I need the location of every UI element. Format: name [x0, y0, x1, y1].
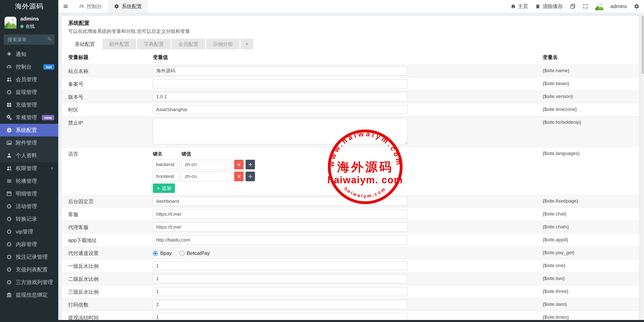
topbar-username[interactable]: admins: [611, 4, 627, 9]
row-varname: {$site.beian}: [538, 77, 639, 90]
remove-row-button[interactable]: [234, 160, 244, 169]
input-one[interactable]: [153, 261, 408, 270]
kv-key-input-0[interactable]: [153, 160, 179, 169]
sidebar-item-member[interactable]: 会员管理: [0, 73, 58, 86]
input-dam[interactable]: [153, 300, 408, 309]
new-badge: new: [42, 115, 54, 120]
radio-option-BetcatPay[interactable]: BetcatPay: [179, 250, 210, 256]
trash-icon: [535, 4, 540, 9]
sidebar-item-withdrawbind[interactable]: 提现信息绑定: [0, 289, 58, 301]
tab-user[interactable]: 会员配置: [172, 39, 205, 49]
user-avatar[interactable]: [5, 17, 16, 29]
sidebar-item-general[interactable]: 常规管理new: [0, 111, 58, 124]
radio-label: Bpay: [160, 250, 172, 256]
input-beian[interactable]: [153, 79, 408, 88]
tab-example[interactable]: 示例分组: [206, 39, 240, 49]
move-row-button[interactable]: [246, 172, 255, 181]
tab-email[interactable]: 邮件配置: [103, 39, 136, 49]
row-value: [153, 77, 538, 90]
sidebar-item-thirdgame[interactable]: 三方游戏列管理: [0, 276, 58, 289]
input-name[interactable]: [153, 66, 408, 75]
topbar-tab-dashboard[interactable]: 控制台: [73, 0, 108, 13]
clear-cache-button[interactable]: 清除缓存: [535, 3, 563, 10]
scrollbar-track[interactable]: [641, 13, 644, 322]
sidebar-item-attachment[interactable]: 附件管理: [0, 136, 58, 149]
sidebar-item-convert[interactable]: 转换记录: [0, 213, 58, 225]
sidebar-item-label: 控制台: [16, 63, 32, 70]
input-two[interactable]: [153, 274, 408, 283]
config-row-languages: 语言键名键值追加{$site.languages}: [62, 147, 639, 195]
radio-group-pay_get: BpayBetcatPay: [153, 248, 538, 256]
sidebar-item-betlog[interactable]: 投注记录管理: [0, 251, 58, 263]
append-button[interactable]: 追加: [153, 184, 175, 193]
sidebar-item-notice[interactable]: 通知: [0, 48, 58, 61]
tab-basic[interactable]: 基础配置: [68, 39, 102, 49]
home-link[interactable]: 主页: [511, 3, 528, 10]
bars-icon: [6, 178, 12, 184]
input-version[interactable]: [153, 92, 408, 101]
settings-gear-icon[interactable]: [634, 4, 639, 9]
sidebar-item-label: 提现信息绑定: [16, 291, 48, 298]
user-info: admins 在线: [20, 16, 39, 29]
kv-value-input-0[interactable]: [181, 160, 232, 169]
kv-key-input-1[interactable]: [153, 172, 179, 181]
input-appd[interactable]: [153, 235, 408, 245]
sidebar-item-label: vip管理: [16, 228, 33, 235]
row-varname: {$site.three}: [538, 285, 639, 298]
window-restore-icon[interactable]: [570, 4, 576, 9]
kv-value-input-1[interactable]: [181, 172, 232, 181]
config-row-timezone: 时区{$site.timezone}: [62, 103, 639, 116]
input-three[interactable]: [153, 287, 408, 296]
config-row-forbiddenip: 禁止IP{$site.forbiddenip}: [62, 116, 639, 147]
sidebar-item-rechargelist[interactable]: 充值列表配置: [0, 263, 58, 276]
row-varname: {$site.two}: [538, 272, 639, 285]
sidebar-item-profile[interactable]: 个人资料: [0, 149, 58, 162]
remove-row-button[interactable]: [234, 172, 244, 181]
tab-dict[interactable]: 字典配置: [137, 39, 171, 49]
tachometer-icon: [6, 64, 12, 70]
sidebar-item-detail[interactable]: 明细管理: [0, 187, 58, 200]
config-row-name: 站点名称{$site.name}: [62, 65, 639, 77]
radio-option-Bpay[interactable]: Bpay: [153, 250, 172, 256]
online-dot: [20, 25, 24, 28]
sidebar-item-vip[interactable]: vip管理: [0, 225, 58, 238]
row-label: 时区: [62, 103, 153, 116]
sidebar-item-dashboard[interactable]: 控制台hot: [0, 61, 58, 73]
users-icon: [6, 166, 12, 171]
sidebar-toggle-icon[interactable]: [58, 4, 73, 9]
input-forbiddenip[interactable]: [153, 118, 408, 144]
clear-cache-label: 清除缓存: [543, 3, 563, 10]
sidebar-item-activity[interactable]: 活动管理: [0, 200, 58, 213]
sidebar-item-recharge[interactable]: 充值管理: [0, 98, 58, 111]
row-varname: {$site.forbiddenip}: [538, 116, 639, 147]
kv-row: [153, 172, 538, 181]
sidebar: 海外源码 admins 在线 通知控制台hot会员管理提现管理充值管理常规管理n…: [0, 0, 58, 322]
sidebar-item-banner[interactable]: 轮播管理: [0, 175, 58, 187]
sidebar-item-withdraw[interactable]: 提现管理: [0, 86, 58, 98]
chevron-left-icon: [50, 166, 54, 170]
search-input[interactable]: [4, 34, 54, 45]
sidebar-item-content[interactable]: 内容管理: [0, 238, 58, 251]
add-tab-button[interactable]: +: [241, 39, 253, 49]
input-times[interactable]: [153, 313, 408, 320]
sidebar-item-label: 充值列表配置: [16, 266, 48, 273]
input-timezone[interactable]: [153, 105, 408, 114]
row-value: [153, 195, 538, 208]
row-label: 客服: [62, 208, 153, 220]
circle-icon: [6, 279, 12, 285]
topbar-tab-sysconfig[interactable]: 系统配置: [108, 0, 148, 13]
sidebar-item-auth[interactable]: 权限管理: [0, 162, 58, 175]
row-value: [153, 221, 538, 233]
config-tabs: 基础配置邮件配置字典配置会员配置示例分组+: [68, 39, 632, 49]
row-value: [153, 103, 538, 116]
input-chat[interactable]: [153, 210, 408, 219]
move-row-button[interactable]: [246, 160, 255, 169]
scrollbar-thumb[interactable]: [642, 16, 644, 74]
fullscreen-icon[interactable]: [583, 4, 588, 9]
th-icon: [6, 102, 12, 108]
input-fixedpage[interactable]: [153, 197, 408, 206]
input-chats[interactable]: [153, 223, 408, 232]
topbar-avatar[interactable]: [595, 2, 603, 10]
sidebar-item-sysconfig[interactable]: 系统配置: [0, 124, 58, 136]
circle-icon: [6, 267, 12, 272]
